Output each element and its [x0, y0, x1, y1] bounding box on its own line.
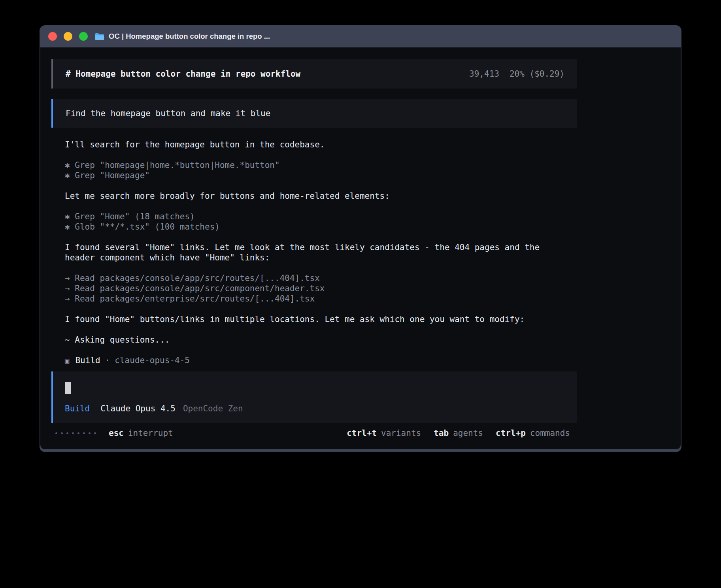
assistant-text: I found several "Home" links. Let me loo…	[65, 242, 571, 263]
keyboard-hint: ctrl+tvariants	[347, 428, 421, 438]
tool-call-group: ✱ Grep "Home" (18 matches)✱ Glob "**/*.t…	[65, 211, 571, 232]
status-bar-right: ctrl+tvariantstabagentsctrl+pcommands	[347, 428, 570, 438]
user-message-text: Find the homepage button and make it blu…	[66, 109, 270, 118]
input-line[interactable]	[65, 382, 565, 394]
assistant-paragraph: Let me search more broadly for buttons a…	[65, 191, 571, 201]
terminal-body: # Homepage button color change in repo w…	[40, 47, 681, 449]
assistant-text: I found "Home" buttons/links in multiple…	[65, 314, 571, 324]
zoom-button[interactable]	[79, 32, 88, 41]
folder-icon	[95, 33, 104, 40]
spinner-dot	[66, 432, 68, 434]
assistant-paragraph: ~ Asking questions...	[65, 335, 571, 345]
traffic-lights	[48, 25, 88, 47]
model-provider: OpenCode Zen	[183, 403, 243, 414]
hint-key: ctrl+p	[496, 428, 526, 438]
agent-mode-label[interactable]: Build	[65, 403, 90, 414]
spinner-dot	[77, 432, 79, 434]
tool-call-line: → Read packages/console/app/src/componen…	[65, 283, 571, 294]
hint-action: variants	[381, 428, 421, 438]
tool-call-line: → Read packages/enterprise/src/routes/[.…	[65, 294, 571, 304]
window-title: OC | Homepage button color change in rep…	[95, 25, 270, 47]
agent-model: claude-opus-4-5	[115, 355, 190, 366]
tool-call-group: → Read packages/console/app/src/routes/[…	[65, 273, 571, 304]
tool-call-group: ✱ Grep "homepage|home.*button|Home.*butt…	[65, 160, 571, 181]
hint-action: agents	[453, 428, 483, 438]
tool-call-line: ✱ Grep "homepage|home.*button|Home.*butt…	[65, 160, 571, 170]
spinner-dot	[72, 432, 74, 434]
model-row: Build Claude Opus 4.5 OpenCode Zen	[65, 403, 565, 414]
hint-key: tab	[434, 428, 449, 438]
context-usage: 20% ($0.29)	[510, 69, 564, 79]
status-bar: esc interrupt ctrl+tvariantstabagentsctr…	[55, 428, 570, 438]
agent-status-line: ▣ Build · claude-opus-4-5	[65, 355, 571, 366]
terminal-window: OC | Homepage button color change in rep…	[40, 25, 681, 452]
hint-action: commands	[530, 428, 570, 438]
spinner-dot	[94, 432, 96, 434]
text-cursor	[65, 382, 71, 394]
titlebar[interactable]: OC | Homepage button color change in rep…	[40, 25, 681, 47]
tool-call-line: ✱ Grep "Homepage"	[65, 170, 571, 181]
assistant-text: Let me search more broadly for buttons a…	[65, 191, 571, 201]
minimize-button[interactable]	[64, 32, 72, 41]
status-bar-left: esc interrupt	[55, 428, 173, 438]
spinner-dot	[89, 432, 91, 434]
token-count: 39,413	[469, 69, 499, 79]
user-message: Find the homepage button and make it blu…	[51, 99, 577, 128]
assistant-text: ~ Asking questions...	[65, 335, 571, 345]
agent-name: Build	[75, 355, 100, 366]
assistant-text: I'll search for the homepage button in t…	[65, 139, 571, 150]
tool-call-line: ✱ Grep "Home" (18 matches)	[65, 211, 571, 222]
session-header: # Homepage button color change in repo w…	[51, 59, 577, 89]
spinner-dots	[55, 432, 96, 434]
keyboard-hint: ctrl+pcommands	[496, 428, 570, 438]
tool-call-line: ✱ Glob "**/*.tsx" (100 matches)	[65, 222, 571, 232]
conversation: I'll search for the homepage button in t…	[65, 139, 571, 355]
prompt-input[interactable]: Build Claude Opus 4.5 OpenCode Zen	[51, 371, 577, 423]
session-stats: 39,413 20% ($0.29)	[469, 69, 564, 79]
esc-key-hint: esc	[109, 428, 124, 438]
interrupt-label: interrupt	[128, 428, 173, 438]
bottom-section: Build Claude Opus 4.5 OpenCode Zen esc i…	[51, 371, 577, 449]
hint-key: ctrl+t	[347, 428, 377, 438]
assistant-paragraph: I found "Home" buttons/links in multiple…	[65, 314, 571, 324]
session-title: # Homepage button color change in repo w…	[66, 69, 300, 79]
model-name[interactable]: Claude Opus 4.5	[100, 403, 176, 414]
close-button[interactable]	[48, 32, 57, 41]
tool-call-line: → Read packages/console/app/src/routes/[…	[65, 273, 571, 283]
spinner-dot	[61, 432, 63, 434]
keyboard-hint: tabagents	[434, 428, 483, 438]
tui-content: # Homepage button color change in repo w…	[51, 47, 577, 449]
spinner-dot	[55, 432, 57, 434]
agent-separator: ·	[105, 355, 110, 366]
window-title-text: OC | Homepage button color change in rep…	[109, 32, 270, 41]
assistant-paragraph: I found several "Home" links. Let me loo…	[65, 242, 571, 263]
agent-icon: ▣	[65, 355, 69, 366]
assistant-paragraph: I'll search for the homepage button in t…	[65, 139, 571, 150]
spinner-dot	[83, 432, 85, 434]
